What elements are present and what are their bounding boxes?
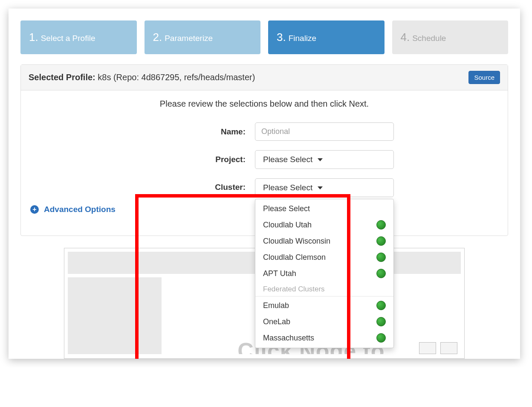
step-3-finalize[interactable]: 3. Finalize <box>268 20 385 54</box>
step-number: 4. <box>401 31 410 44</box>
cluster-dropdown-wrap: Please Select Please Select Cloudlab Uta… <box>255 178 394 197</box>
selected-profile-title: Selected Profile: k8s (Repo: 4d867295, r… <box>29 73 255 82</box>
caret-down-icon <box>318 186 323 189</box>
source-button[interactable]: Source <box>468 71 500 84</box>
selected-profile-label: Selected Profile: <box>29 73 95 82</box>
name-row: Name: <box>29 122 500 141</box>
cluster-select[interactable]: Please Select <box>255 178 394 197</box>
cluster-option-label: Cloudlab Clemson <box>263 253 326 262</box>
cluster-option-onelab[interactable]: OneLab <box>255 314 393 330</box>
topology-controls <box>419 342 457 354</box>
step-2-parameterize[interactable]: 2. Parameterize <box>145 20 261 54</box>
cluster-option-please-select[interactable]: Please Select <box>255 201 393 217</box>
finalize-panel: Selected Profile: k8s (Repo: 4d867295, r… <box>20 64 508 236</box>
status-up-icon <box>376 269 386 278</box>
cluster-row: Cluster: Please Select Please Select Clo… <box>29 178 500 197</box>
topology-sidebar <box>68 277 162 354</box>
caret-down-icon <box>318 158 323 161</box>
panel-body: Please review the selections below and t… <box>21 90 508 235</box>
cluster-option-massachusetts[interactable]: Massachusetts <box>255 330 393 346</box>
project-select-value: Please Select <box>263 155 312 164</box>
instruction-text: Please review the selections below and t… <box>29 99 500 109</box>
plus-circle-icon: + <box>30 205 39 214</box>
wizard-container: 1. Select a Profile 2. Parameterize 3. F… <box>9 9 520 359</box>
name-input[interactable] <box>255 122 394 141</box>
step-number: 1. <box>29 31 38 44</box>
advanced-options-label: Advanced Options <box>44 205 116 214</box>
cluster-dropdown-menu: Please Select Cloudlab Utah Cloudlab Wis… <box>255 199 394 348</box>
step-1-select-profile[interactable]: 1. Select a Profile <box>20 20 137 54</box>
federated-header: Federated Clusters <box>255 282 393 295</box>
status-up-icon <box>376 253 386 262</box>
project-row: Project: Please Select <box>29 150 500 169</box>
step-number: 2. <box>153 31 162 44</box>
project-label: Project: <box>135 155 246 164</box>
project-select[interactable]: Please Select <box>255 150 394 169</box>
cluster-option-label: Please Select <box>263 204 310 213</box>
cluster-option-label: Massachusetts <box>263 334 314 343</box>
status-up-icon <box>376 301 386 310</box>
topology-control-button[interactable] <box>440 342 457 354</box>
name-label: Name: <box>135 127 246 137</box>
cluster-option-cloudlab-utah[interactable]: Cloudlab Utah <box>255 217 393 233</box>
status-up-icon <box>376 236 386 246</box>
status-up-icon <box>376 317 386 326</box>
topology-control-button[interactable] <box>419 342 436 354</box>
step-label: Parameterize <box>165 34 213 43</box>
cluster-option-cloudlab-wisconsin[interactable]: Cloudlab Wisconsin <box>255 233 393 249</box>
status-up-icon <box>376 220 386 230</box>
dropdown-divider <box>255 296 393 297</box>
advanced-options-toggle[interactable]: + Advanced Options <box>30 205 116 214</box>
step-number: 3. <box>277 31 286 44</box>
cluster-option-label: OneLab <box>263 317 290 326</box>
cluster-option-label: APT Utah <box>263 269 296 278</box>
cluster-option-label: Cloudlab Utah <box>263 221 312 230</box>
step-label: Schedule <box>412 34 446 43</box>
status-up-icon <box>376 333 386 343</box>
step-label: Select a Profile <box>41 34 95 43</box>
cluster-option-apt-utah[interactable]: APT Utah <box>255 265 393 282</box>
selected-profile-value: k8s (Repo: 4d867295, refs/heads/master) <box>98 73 255 82</box>
cluster-label: Cluster: <box>135 178 246 192</box>
panel-header: Selected Profile: k8s (Repo: 4d867295, r… <box>21 65 508 90</box>
cluster-option-cloudlab-clemson[interactable]: Cloudlab Clemson <box>255 249 393 265</box>
step-4-schedule: 4. Schedule <box>392 20 509 54</box>
cluster-option-emulab[interactable]: Emulab <box>255 297 393 314</box>
cluster-option-label: Emulab <box>263 301 289 310</box>
cluster-option-label: Cloudlab Wisconsin <box>263 237 330 246</box>
cluster-select-value: Please Select <box>263 183 312 192</box>
step-label: Finalize <box>289 34 316 43</box>
wizard-steps: 1. Select a Profile 2. Parameterize 3. F… <box>20 20 508 54</box>
